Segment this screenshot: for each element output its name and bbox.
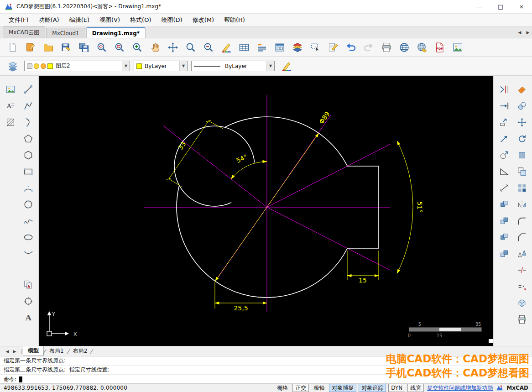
layer-manager-button[interactable] (5, 58, 21, 73)
draw-polyline-button[interactable] (21, 99, 36, 113)
web-upload-button[interactable] (414, 40, 430, 55)
text-style-button[interactable] (254, 40, 270, 55)
draw-arc-3point-button[interactable] (21, 246, 36, 261)
region-button[interactable] (514, 148, 530, 162)
minimize-button[interactable]: — (469, 0, 490, 14)
open-file-button[interactable] (40, 40, 56, 55)
erase-button[interactable] (514, 82, 530, 97)
feedback-link[interactable]: 提交软件问题或增加新功能 (427, 384, 493, 392)
zoom-scale-button[interactable] (183, 40, 198, 55)
draw-rectangle-button[interactable] (21, 164, 36, 179)
dropdown-arrow-icon[interactable]: ▼ (122, 61, 130, 71)
new-file-button[interactable] (5, 40, 21, 55)
rotate-button[interactable] (514, 131, 530, 146)
print-button[interactable] (378, 40, 394, 55)
draw-circle-button[interactable] (21, 197, 36, 212)
dim-54deg-label[interactable]: 54° (235, 153, 248, 164)
draw-line-button[interactable] (21, 82, 36, 97)
menu-item-draw[interactable]: 绘图(D) (156, 14, 187, 26)
save-all-button[interactable] (76, 40, 92, 55)
doc-tab-drawing1[interactable]: Drawing1.mxg* (86, 27, 146, 38)
dim-15-label[interactable]: 15 (359, 277, 367, 284)
web-open-button[interactable] (396, 40, 412, 55)
fillet-button[interactable] (514, 214, 530, 228)
dropdown-arrow-icon[interactable]: ▼ (266, 61, 274, 71)
toggle-otrack[interactable]: 对象追踪 (359, 384, 386, 392)
layout-tab-layout1[interactable]: 布局1 (46, 347, 68, 355)
dropdown-arrow-icon[interactable]: ▼ (179, 61, 187, 71)
toggle-ortho[interactable]: 正交 (292, 384, 309, 392)
edit-block-button[interactable] (496, 230, 512, 245)
viewport-button[interactable] (271, 40, 287, 55)
toggle-dyn[interactable]: DYN (388, 384, 405, 392)
toggle-osnap[interactable]: 对象捕捉 (329, 384, 356, 392)
dimension-lines[interactable] (167, 120, 413, 309)
select-objects-button[interactable] (307, 40, 323, 55)
taper-button[interactable] (496, 164, 512, 179)
draw-color-button[interactable] (218, 40, 234, 55)
export-pdf-button[interactable]: PDF (432, 40, 448, 55)
menu-item-edit[interactable]: 编辑(E) (64, 14, 94, 26)
layout-tab-layout2[interactable]: 布局2 (69, 347, 91, 355)
close-button[interactable]: × (511, 0, 532, 14)
zoom-out-button[interactable] (200, 40, 216, 55)
pan-button[interactable] (147, 40, 163, 55)
menu-item-function[interactable]: 功能(A) (34, 14, 64, 26)
canvas-resize-grip[interactable] (489, 339, 493, 343)
draw-spline-button[interactable] (21, 214, 36, 228)
draw-text-button[interactable]: A (3, 99, 18, 113)
zoom-extents-button[interactable] (165, 40, 181, 55)
zoom-in-button[interactable] (129, 40, 145, 55)
stretch-button[interactable] (496, 115, 512, 130)
array-button[interactable] (514, 181, 530, 195)
edit-text-button[interactable] (325, 40, 341, 55)
mirror-button[interactable] (514, 197, 530, 212)
draw-ellipse-button[interactable] (21, 230, 36, 245)
zoom-window-button[interactable] (111, 40, 127, 55)
save-file-button[interactable] (58, 40, 74, 55)
scale-button[interactable] (496, 148, 512, 162)
layout-scroll-left-icon[interactable]: ◀ (4, 349, 11, 354)
plot-button[interactable] (514, 312, 530, 327)
extend-button[interactable] (496, 99, 512, 113)
draw-polygon-button[interactable] (21, 131, 36, 146)
tab-scroll-right-icon[interactable]: ▶ (524, 28, 532, 37)
draw-arc-button[interactable] (21, 181, 36, 195)
group-button[interactable] (496, 246, 512, 261)
open-cloud-drawing-button[interactable] (22, 40, 38, 55)
menu-item-format[interactable]: 格式(O) (125, 14, 156, 26)
make-block-button[interactable] (496, 197, 512, 212)
toggle-polar[interactable]: 极轴 (311, 384, 327, 392)
trim-button[interactable] (496, 82, 512, 97)
menu-item-help[interactable]: 帮助(H) (219, 14, 250, 26)
drawing-canvas[interactable]: Φ89 33 54° 51° 25,5 15 Y X (39, 76, 493, 346)
draw-hatch-button[interactable] (3, 115, 18, 130)
draw-regular-polygon-button[interactable] (21, 148, 36, 162)
move-button[interactable] (514, 115, 530, 130)
draw-single-text-button[interactable]: A (21, 310, 36, 325)
copy-clip-button[interactable] (21, 277, 36, 292)
draw-curve-button[interactable] (21, 115, 36, 130)
layout-scroll-right-icon[interactable]: ▶ (11, 349, 18, 354)
undo-button[interactable] (343, 40, 359, 55)
offset-button[interactable] (514, 164, 530, 179)
color-select[interactable]: ByLayer ▼ (134, 61, 188, 71)
zoom-previous-button[interactable] (94, 40, 110, 55)
divide-button[interactable] (514, 279, 530, 294)
layer-select[interactable]: 图层2 ▼ (24, 61, 130, 71)
layer-properties-button[interactable] (289, 40, 305, 55)
insert-table-button[interactable] (236, 40, 252, 55)
match-properties-button[interactable] (278, 58, 294, 73)
model-3d-button[interactable] (514, 296, 530, 310)
insert-block-button[interactable] (496, 214, 512, 228)
align-button[interactable] (514, 246, 530, 261)
toggle-lineweight[interactable]: 线宽 (407, 384, 424, 392)
construction-lines[interactable] (144, 95, 390, 312)
doc-tab-mxcloud1[interactable]: MxCloud1 (46, 28, 85, 38)
draw-donut-button[interactable] (21, 294, 36, 308)
doc-tab-cloud[interactable]: MxCAD云图 (3, 26, 45, 38)
chamfer-button[interactable] (514, 230, 530, 245)
menu-item-view[interactable]: 视图(V) (94, 14, 125, 26)
lengthen-button[interactable] (496, 131, 512, 146)
redo-button[interactable] (360, 40, 376, 55)
